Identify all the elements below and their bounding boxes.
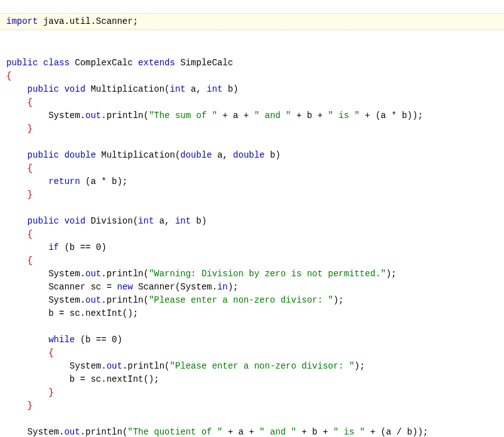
println: println xyxy=(107,269,144,279)
type: double xyxy=(180,150,212,160)
out: out xyxy=(107,361,122,371)
param: b xyxy=(196,216,201,226)
param: b xyxy=(270,150,275,160)
method-name: Division xyxy=(90,216,132,226)
type: Scanner xyxy=(48,282,85,292)
in: in xyxy=(217,282,228,292)
system: System xyxy=(70,361,101,371)
method-call: nextInt xyxy=(85,308,122,318)
string: " and " xyxy=(254,111,291,121)
keyword-extends: extends xyxy=(138,58,175,68)
keyword: public xyxy=(28,150,59,160)
system: System xyxy=(48,295,80,305)
method-name: Multiplication xyxy=(101,150,175,160)
brace-open: { xyxy=(28,97,33,107)
println: println xyxy=(127,361,164,371)
brace-open: { xyxy=(48,348,53,358)
string: "The sum of " xyxy=(149,111,217,121)
keyword: double xyxy=(64,150,95,160)
brace-open: { xyxy=(28,163,33,173)
string: "The quotient of " xyxy=(127,427,222,437)
param: a xyxy=(217,150,222,160)
ctor: Scanner xyxy=(138,282,175,292)
out: out xyxy=(85,295,101,305)
out: out xyxy=(64,427,80,437)
type: int xyxy=(138,216,154,226)
println: println xyxy=(85,427,122,437)
keyword-if: if xyxy=(48,242,59,252)
string: " and " xyxy=(259,427,296,437)
system: System xyxy=(48,269,80,279)
type: int xyxy=(175,216,191,226)
type: int xyxy=(169,84,185,94)
number: 0 xyxy=(96,242,101,252)
keyword-new: new xyxy=(117,282,132,292)
code-editor: import java.util.Scanner; public class C… xyxy=(0,0,504,437)
param: a xyxy=(191,84,196,94)
brace-close: } xyxy=(48,387,53,397)
keyword-return: return xyxy=(48,176,80,186)
keyword-class: class xyxy=(43,58,70,68)
string: "Please enter a non-zero divisor: " xyxy=(149,295,333,305)
brace-close: } xyxy=(28,401,33,411)
keyword: public xyxy=(28,84,59,94)
param: b xyxy=(228,84,233,94)
keyword-public: public xyxy=(6,58,38,68)
system: System xyxy=(180,282,212,292)
system: System xyxy=(48,111,80,121)
keyword: void xyxy=(64,216,85,226)
brace-open: { xyxy=(28,256,33,266)
super-class: SimpleCalc xyxy=(180,58,233,68)
brace-open: { xyxy=(6,71,11,81)
number: 0 xyxy=(112,335,117,345)
out: out xyxy=(85,269,101,279)
string: "Please enter a non-zero divisor: " xyxy=(170,361,355,371)
string: " is " xyxy=(328,111,360,121)
keyword: public xyxy=(28,216,59,226)
brace-open: { xyxy=(28,229,33,239)
keyword-while: while xyxy=(48,335,75,345)
system: System xyxy=(28,427,59,437)
string: "Warning: Division by zero is not permit… xyxy=(149,269,386,279)
brace-close: } xyxy=(28,190,33,200)
brace-close: } xyxy=(28,124,33,134)
method-name: Multiplication xyxy=(90,84,164,94)
string: " is " xyxy=(333,427,365,437)
type: double xyxy=(233,150,264,160)
var: sc xyxy=(90,282,101,292)
keyword: void xyxy=(64,84,85,94)
println: println xyxy=(107,111,144,121)
import-line: import java.util.Scanner; xyxy=(0,13,504,30)
param: a xyxy=(159,216,164,226)
println: println xyxy=(107,295,144,305)
method-call: nextInt xyxy=(107,374,144,384)
class-name: ComplexCalc xyxy=(75,58,132,68)
type: int xyxy=(206,84,222,94)
out: out xyxy=(85,111,101,121)
